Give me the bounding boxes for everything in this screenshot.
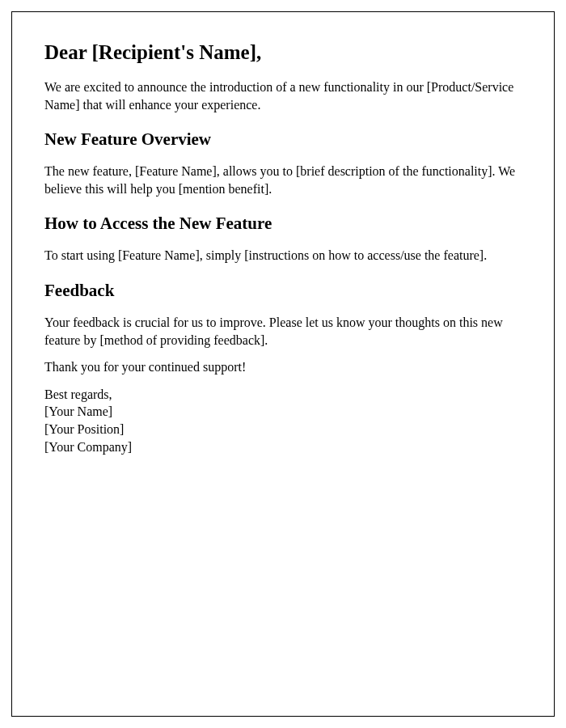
greeting-heading: Dear [Recipient's Name], xyxy=(44,41,522,64)
closing-line: Best regards, xyxy=(44,386,522,404)
thanks-paragraph: Thank you for your continued support! xyxy=(44,358,522,376)
signature-name: [Your Name] xyxy=(44,403,522,421)
access-heading: How to Access the New Feature xyxy=(44,214,522,234)
document-page: Dear [Recipient's Name], We are excited … xyxy=(11,11,555,717)
intro-paragraph: We are excited to announce the introduct… xyxy=(44,78,522,113)
signature-company: [Your Company] xyxy=(44,438,522,456)
overview-body: The new feature, [Feature Name], allows … xyxy=(44,163,522,197)
feedback-body: Your feedback is crucial for us to impro… xyxy=(44,314,522,349)
access-body: To start using [Feature Name], simply [i… xyxy=(44,247,522,265)
feedback-heading: Feedback xyxy=(44,281,522,301)
overview-heading: New Feature Overview xyxy=(44,129,522,150)
signature-position: [Your Position] xyxy=(44,421,522,438)
